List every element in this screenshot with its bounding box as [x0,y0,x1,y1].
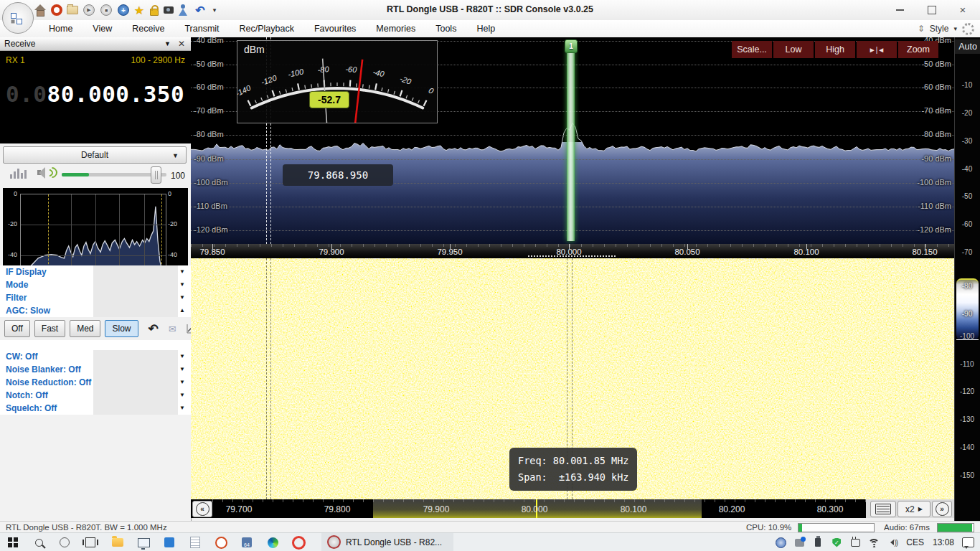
disk-imager-icon[interactable]: 64 [237,533,257,551]
panel-collapse-icon[interactable]: ▼ [164,40,171,47]
add-icon[interactable]: + [117,4,130,17]
security-shield-icon[interactable]: ✓ [827,533,846,551]
section-mode[interactable]: Mode▼ [0,278,191,291]
agc-off-button[interactable]: Off [4,320,30,337]
play-icon[interactable]: ▶ [83,4,95,17]
agc-mail-icon[interactable]: ✉ [169,324,176,334]
style-caret-icon[interactable]: ▾ [953,25,957,32]
chevron-down-icon[interactable]: ▼ [179,405,185,411]
toolbar-overflow-icon[interactable]: ▾ [208,4,221,17]
section-noise-reduction[interactable]: Noise Reduction: Off▼ [0,376,191,389]
db-label-right: -80 dBm [921,130,951,138]
band-navigation-bar[interactable]: « x2▶ » 79.70079.80079.90080.00080.10080… [191,499,954,518]
open-folder-icon[interactable] [66,4,79,17]
lock-icon[interactable] [148,4,161,17]
panel-close-icon[interactable]: ✕ [178,39,185,49]
blue-app-icon[interactable] [159,533,179,551]
close-button[interactable]: × [947,0,979,19]
agc-undo-icon[interactable]: ↶ [149,321,159,336]
menu-item-memories[interactable]: Memories [366,21,425,37]
agc-fast-button[interactable]: Fast [34,320,65,337]
receive-panel-header[interactable]: Receive ▼ ✕ [0,37,191,51]
pan-right-button[interactable]: » [932,501,952,517]
keyboard-language[interactable]: CES [902,537,928,547]
speaker-mute-icon[interactable] [37,166,53,179]
waterfall-display[interactable]: Freq: 80.001.85 MHzSpan: ±163.940 kHz [191,258,954,499]
application-orb-button[interactable] [2,2,34,34]
cortana-icon[interactable] [55,533,75,551]
notification-center-icon[interactable] [958,533,977,551]
marker-1-flag[interactable]: 1 [565,39,578,53]
agc-med-button[interactable]: Med [70,320,100,337]
chevron-down-icon[interactable]: ▼ [179,392,185,398]
menu-item-receive[interactable]: Receive [122,21,174,37]
spectrum-frequency-ruler[interactable]: 79.85079.90079.95080.00080.05080.10080.1… [191,244,954,258]
auto-scale-button[interactable]: Auto [955,39,980,54]
menu-item-rec-playback[interactable]: Rec/Playback [230,21,304,37]
active-app-taskbar-button[interactable]: RTL Dongle USB - R82... [321,533,453,551]
start-button[interactable] [3,533,23,551]
home-icon[interactable] [34,4,47,17]
file-explorer-icon[interactable] [108,533,128,551]
help-lifering-icon[interactable] [50,4,63,17]
pin-chevrons-icon[interactable]: ⇕ [918,24,925,34]
keyboard-entry-button[interactable] [870,501,896,517]
minimize-button[interactable] [884,0,915,19]
chevron-down-icon[interactable]: ▼ [179,379,185,385]
section-noise-blanker[interactable]: Noise Blanker: Off▼ [0,363,191,376]
volume-icon[interactable]: )) [883,533,902,551]
settings-gear-icon[interactable] [962,23,974,35]
chevron-down-icon[interactable]: ▼ [179,353,185,359]
maximize-button[interactable] [916,0,948,19]
section-if-display[interactable]: IF Display▼ [0,265,191,278]
user-icon[interactable] [176,4,189,17]
opera-browser-icon[interactable] [288,533,308,551]
undo-icon[interactable]: ↶ [194,4,207,17]
zoom-button[interactable]: Zoom [898,41,938,58]
menu-item-transmit[interactable]: Transmit [174,21,229,37]
agc-slow-button[interactable]: Slow [105,320,138,337]
tray-update-icon[interactable] [790,533,809,551]
chevron-down-icon[interactable]: ▼ [179,268,185,275]
chevron-up-icon[interactable]: ▲ [179,307,185,314]
menu-item-view[interactable]: View [83,21,122,37]
volume-slider-handle[interactable] [151,166,161,184]
usb-device-icon[interactable] [809,533,827,551]
center-button[interactable]: ►|◄ [857,41,897,58]
menu-item-home[interactable]: Home [39,21,83,37]
zoom-factor-button[interactable]: x2▶ [897,501,930,517]
chevron-down-icon[interactable]: ▼ [179,294,185,301]
section-notch[interactable]: Notch: Off▼ [0,389,191,402]
task-view-icon[interactable] [80,533,100,551]
clock[interactable]: 13:08 [928,537,958,547]
style-menu[interactable]: Style [930,24,949,34]
section-cw[interactable]: CW: Off▼ [0,350,191,363]
edge-browser-icon[interactable] [263,533,283,551]
chevron-down-icon[interactable]: ▼ [179,281,185,288]
low-button[interactable]: Low [773,41,814,58]
wifi-icon[interactable] [864,533,883,551]
spectrum-display[interactable]: -40 dBm-40 dBm-50 dBm-50 dBm-60 dBm-60 d… [191,37,954,244]
tray-app-icon[interactable] [771,533,790,551]
favourite-star-icon[interactable]: ★ [133,4,146,17]
preset-dropdown[interactable]: Default ▼ [3,146,187,164]
high-button[interactable]: High [815,41,855,58]
notepad-icon[interactable] [185,533,205,551]
section-squelch[interactable]: Squelch: Off▼ [0,402,191,415]
camera-icon[interactable] [162,4,175,17]
section-filter[interactable]: Filter▼ [0,291,191,304]
equalizer-icon[interactable] [10,169,27,179]
stop-record-icon[interactable]: ■ [100,4,113,17]
orange-app-icon[interactable] [211,533,231,551]
system-monitor-icon[interactable] [133,533,154,551]
menu-item-help[interactable]: Help [466,21,505,37]
frequency-display[interactable]: 0.080.000.350 [6,81,184,107]
chevron-down-icon[interactable]: ▼ [179,366,185,372]
pan-left-button[interactable]: « [192,501,212,517]
menu-item-favourites[interactable]: Favourites [304,21,366,37]
search-icon[interactable] [29,533,49,551]
scale-button[interactable]: Scale... [732,41,772,58]
power-plug-icon[interactable] [846,533,864,551]
section-agc[interactable]: AGC: Slow▲ [0,304,191,317]
menu-item-tools[interactable]: Tools [425,21,466,37]
